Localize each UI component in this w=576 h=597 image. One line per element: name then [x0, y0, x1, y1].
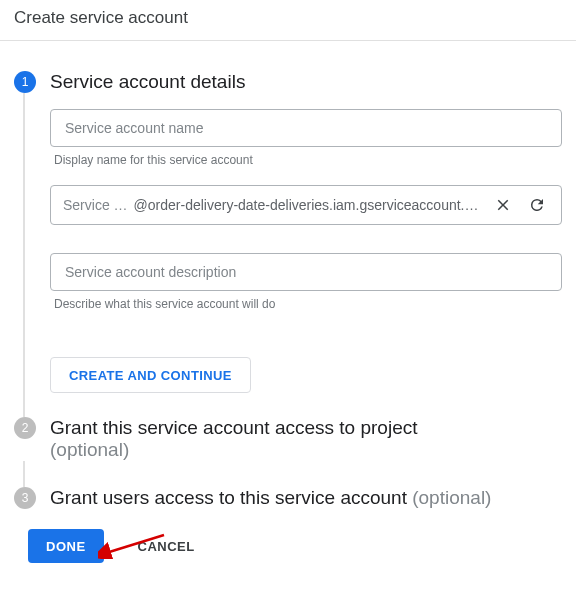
step-3-badge: 3 — [14, 487, 36, 509]
desc-helper-text: Describe what this service account will … — [54, 297, 562, 311]
step-2-optional: (optional) — [50, 439, 129, 460]
cancel-button[interactable]: CANCEL — [132, 538, 201, 555]
id-prefix-label: Service … — [63, 197, 128, 213]
step-1-title: Service account details — [50, 71, 245, 93]
wizard-content: 1 Service account details Display name f… — [0, 41, 576, 583]
footer-actions: DONE CANCEL — [14, 509, 562, 573]
step-3-optional: (optional) — [412, 487, 491, 508]
close-icon[interactable] — [489, 191, 517, 219]
service-account-name-field[interactable] — [50, 109, 562, 147]
service-account-id-field[interactable]: Service … @order-delivery-date-deliverie… — [50, 185, 562, 225]
create-and-continue-button[interactable]: CREATE AND CONTINUE — [50, 357, 251, 393]
step-2-header[interactable]: 2 Grant this service account access to p… — [14, 417, 562, 461]
step-1-badge: 1 — [14, 71, 36, 93]
step-2-body — [23, 461, 562, 487]
step-2-title-text: Grant this service account access to pro… — [50, 417, 418, 438]
service-account-name-input[interactable] — [63, 119, 549, 137]
name-helper-text: Display name for this service account — [54, 153, 562, 167]
step-2-badge: 2 — [14, 417, 36, 439]
step-3-header[interactable]: 3 Grant users access to this service acc… — [14, 487, 562, 509]
id-suffix-text: @order-delivery-date-deliveries.iam.gser… — [134, 197, 483, 213]
step-3-title: Grant users access to this service accou… — [50, 487, 491, 509]
step-1-header: 1 Service account details — [14, 71, 562, 93]
step-3-title-text: Grant users access to this service accou… — [50, 487, 412, 508]
stepper: 1 Service account details Display name f… — [14, 71, 562, 509]
page-title: Create service account — [0, 0, 576, 41]
refresh-icon[interactable] — [523, 191, 551, 219]
step-1-body: Display name for this service account Se… — [23, 93, 562, 417]
step-2-title: Grant this service account access to pro… — [50, 417, 418, 461]
done-button[interactable]: DONE — [28, 529, 104, 563]
service-account-desc-field[interactable] — [50, 253, 562, 291]
service-account-desc-input[interactable] — [63, 263, 549, 281]
